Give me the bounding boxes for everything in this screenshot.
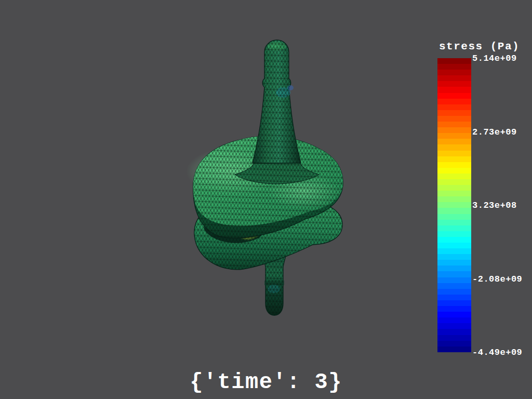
- colorbar-band: [437, 64, 471, 70]
- colorbar-gradient: [437, 58, 471, 352]
- colorbar-band: [437, 300, 471, 306]
- colorbar-band: [437, 174, 471, 179]
- colorbar-band: [437, 87, 471, 92]
- colorbar-band: [437, 323, 471, 329]
- colorbar-band: [437, 156, 471, 162]
- colorbar-band: [437, 243, 471, 248]
- colorbar-band: [437, 104, 471, 110]
- colorbar-title: stress (Pa): [439, 41, 520, 52]
- colorbar-band: [437, 277, 471, 283]
- colorbar-band: [437, 220, 471, 225]
- colorbar-band: [437, 110, 471, 116]
- wireframe-overlay: [187, 31, 353, 322]
- colorbar-band: [437, 196, 471, 202]
- colorbar-band: [437, 58, 471, 64]
- colorbar-tick-label: 2.73e+09: [472, 127, 517, 137]
- colorbar-band: [437, 237, 471, 243]
- colorbar-band: [437, 93, 471, 99]
- colorbar-band: [437, 191, 471, 196]
- colorbar-band: [437, 208, 471, 214]
- colorbar-tick-label: -2.08e+09: [472, 274, 522, 284]
- colorbar-band: [437, 254, 471, 260]
- colorbar-band: [437, 231, 471, 237]
- colorbar-band: [437, 99, 471, 104]
- colorbar-band: [437, 214, 471, 220]
- colorbar-band: [437, 335, 471, 341]
- render-viewport[interactable]: stress (Pa) 5.14e+092.73e+093.23e+08-2.0…: [0, 0, 532, 399]
- colorbar-band: [437, 271, 471, 277]
- colorbar: stress (Pa) 5.14e+092.73e+093.23e+08-2.0…: [437, 41, 532, 352]
- colorbar-band: [437, 341, 471, 347]
- colorbar-band: [437, 260, 471, 265]
- colorbar-tick-label: -4.49e+09: [472, 348, 522, 357]
- time-caption: {'time': 3}: [0, 370, 532, 395]
- colorbar-band: [437, 312, 471, 317]
- colorbar-band: [437, 122, 471, 127]
- colorbar-tick-label: 3.23e+08: [472, 201, 517, 210]
- colorbar-band: [437, 225, 471, 231]
- colorbar-band: [437, 329, 471, 335]
- colorbar-band: [437, 185, 471, 191]
- colorbar-band: [437, 179, 471, 185]
- colorbar-band: [437, 289, 471, 295]
- colorbar-band: [437, 283, 471, 289]
- colorbar-band: [437, 317, 471, 323]
- colorbar-band: [437, 347, 471, 352]
- colorbar-band: [437, 248, 471, 254]
- colorbar-band: [437, 202, 471, 208]
- colorbar-band: [437, 151, 471, 156]
- colorbar-band: [437, 127, 471, 133]
- colorbar-band: [437, 75, 471, 81]
- colorbar-band: [437, 144, 471, 150]
- colorbar-band: [437, 81, 471, 87]
- colorbar-band: [437, 306, 471, 312]
- colorbar-band: [437, 168, 471, 174]
- colorbar-band: [437, 162, 471, 168]
- colorbar-band: [437, 265, 471, 271]
- colorbar-band: [437, 116, 471, 122]
- colorbar-band: [437, 295, 471, 300]
- colorbar-tick-label: 5.14e+09: [472, 54, 517, 63]
- colorbar-band: [437, 139, 471, 144]
- colorbar-band: [437, 133, 471, 139]
- colorbar-tick-labels: 5.14e+092.73e+093.23e+08-2.08e+09-4.49e+…: [472, 58, 532, 352]
- colorbar-band: [437, 70, 471, 75]
